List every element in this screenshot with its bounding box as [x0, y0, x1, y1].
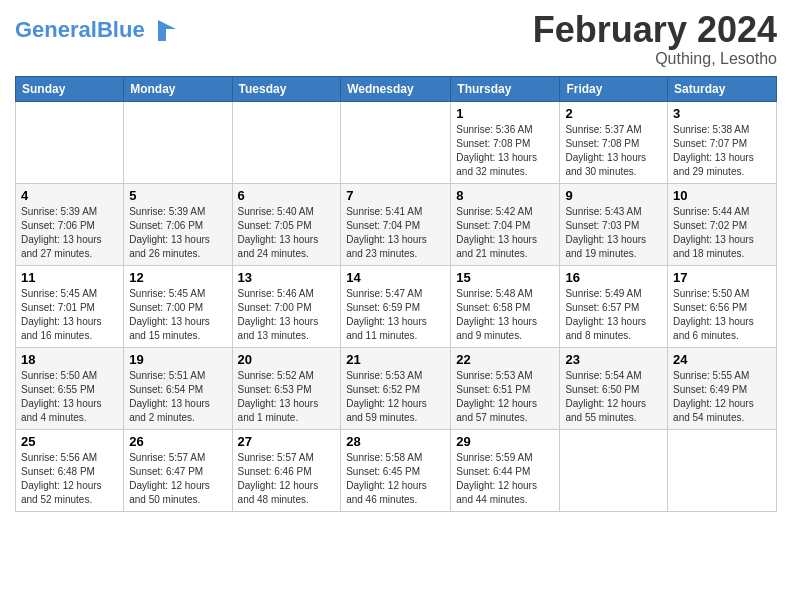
day-info: Sunrise: 5:57 AM Sunset: 6:46 PM Dayligh… — [238, 451, 336, 507]
location-subtitle: Quthing, Lesotho — [533, 50, 777, 68]
calendar-cell — [232, 101, 341, 183]
calendar-cell: 5Sunrise: 5:39 AM Sunset: 7:06 PM Daylig… — [124, 183, 232, 265]
week-row-5: 25Sunrise: 5:56 AM Sunset: 6:48 PM Dayli… — [16, 429, 777, 511]
day-info: Sunrise: 5:52 AM Sunset: 6:53 PM Dayligh… — [238, 369, 336, 425]
day-number: 19 — [129, 352, 226, 367]
day-info: Sunrise: 5:39 AM Sunset: 7:06 PM Dayligh… — [21, 205, 118, 261]
day-number: 24 — [673, 352, 771, 367]
calendar-cell: 17Sunrise: 5:50 AM Sunset: 6:56 PM Dayli… — [668, 265, 777, 347]
calendar-cell: 16Sunrise: 5:49 AM Sunset: 6:57 PM Dayli… — [560, 265, 668, 347]
day-number: 7 — [346, 188, 445, 203]
calendar-cell — [124, 101, 232, 183]
day-number: 12 — [129, 270, 226, 285]
day-info: Sunrise: 5:54 AM Sunset: 6:50 PM Dayligh… — [565, 369, 662, 425]
calendar-cell: 9Sunrise: 5:43 AM Sunset: 7:03 PM Daylig… — [560, 183, 668, 265]
column-header-sunday: Sunday — [16, 76, 124, 101]
calendar-cell — [16, 101, 124, 183]
header-row: SundayMondayTuesdayWednesdayThursdayFrid… — [16, 76, 777, 101]
calendar-cell: 10Sunrise: 5:44 AM Sunset: 7:02 PM Dayli… — [668, 183, 777, 265]
calendar-cell — [668, 429, 777, 511]
calendar-cell: 19Sunrise: 5:51 AM Sunset: 6:54 PM Dayli… — [124, 347, 232, 429]
calendar-header: SundayMondayTuesdayWednesdayThursdayFrid… — [16, 76, 777, 101]
day-number: 21 — [346, 352, 445, 367]
day-number: 13 — [238, 270, 336, 285]
day-info: Sunrise: 5:51 AM Sunset: 6:54 PM Dayligh… — [129, 369, 226, 425]
title-block: February 2024 Quthing, Lesotho — [533, 10, 777, 68]
calendar-cell: 27Sunrise: 5:57 AM Sunset: 6:46 PM Dayli… — [232, 429, 341, 511]
page-header: GeneralBlue February 2024 Quthing, Lesot… — [15, 10, 777, 68]
calendar-cell: 25Sunrise: 5:56 AM Sunset: 6:48 PM Dayli… — [16, 429, 124, 511]
calendar-cell — [341, 101, 451, 183]
calendar-cell: 20Sunrise: 5:52 AM Sunset: 6:53 PM Dayli… — [232, 347, 341, 429]
calendar-cell: 29Sunrise: 5:59 AM Sunset: 6:44 PM Dayli… — [451, 429, 560, 511]
day-info: Sunrise: 5:46 AM Sunset: 7:00 PM Dayligh… — [238, 287, 336, 343]
day-number: 8 — [456, 188, 554, 203]
calendar-cell: 14Sunrise: 5:47 AM Sunset: 6:59 PM Dayli… — [341, 265, 451, 347]
logo-general: General — [15, 17, 97, 42]
calendar-cell: 2Sunrise: 5:37 AM Sunset: 7:08 PM Daylig… — [560, 101, 668, 183]
day-info: Sunrise: 5:39 AM Sunset: 7:06 PM Dayligh… — [129, 205, 226, 261]
calendar-cell: 23Sunrise: 5:54 AM Sunset: 6:50 PM Dayli… — [560, 347, 668, 429]
day-info: Sunrise: 5:56 AM Sunset: 6:48 PM Dayligh… — [21, 451, 118, 507]
calendar-cell — [560, 429, 668, 511]
day-number: 6 — [238, 188, 336, 203]
week-row-3: 11Sunrise: 5:45 AM Sunset: 7:01 PM Dayli… — [16, 265, 777, 347]
day-number: 18 — [21, 352, 118, 367]
day-number: 22 — [456, 352, 554, 367]
calendar-cell: 8Sunrise: 5:42 AM Sunset: 7:04 PM Daylig… — [451, 183, 560, 265]
day-info: Sunrise: 5:53 AM Sunset: 6:51 PM Dayligh… — [456, 369, 554, 425]
column-header-monday: Monday — [124, 76, 232, 101]
day-number: 29 — [456, 434, 554, 449]
calendar-cell: 22Sunrise: 5:53 AM Sunset: 6:51 PM Dayli… — [451, 347, 560, 429]
logo-blue: Blue — [97, 17, 145, 42]
day-number: 9 — [565, 188, 662, 203]
day-info: Sunrise: 5:43 AM Sunset: 7:03 PM Dayligh… — [565, 205, 662, 261]
day-info: Sunrise: 5:55 AM Sunset: 6:49 PM Dayligh… — [673, 369, 771, 425]
day-info: Sunrise: 5:50 AM Sunset: 6:56 PM Dayligh… — [673, 287, 771, 343]
calendar-table: SundayMondayTuesdayWednesdayThursdayFrid… — [15, 76, 777, 512]
week-row-4: 18Sunrise: 5:50 AM Sunset: 6:55 PM Dayli… — [16, 347, 777, 429]
calendar-cell: 3Sunrise: 5:38 AM Sunset: 7:07 PM Daylig… — [668, 101, 777, 183]
week-row-2: 4Sunrise: 5:39 AM Sunset: 7:06 PM Daylig… — [16, 183, 777, 265]
week-row-1: 1Sunrise: 5:36 AM Sunset: 7:08 PM Daylig… — [16, 101, 777, 183]
day-number: 11 — [21, 270, 118, 285]
column-header-thursday: Thursday — [451, 76, 560, 101]
column-header-tuesday: Tuesday — [232, 76, 341, 101]
calendar-cell: 7Sunrise: 5:41 AM Sunset: 7:04 PM Daylig… — [341, 183, 451, 265]
day-number: 5 — [129, 188, 226, 203]
day-info: Sunrise: 5:50 AM Sunset: 6:55 PM Dayligh… — [21, 369, 118, 425]
day-info: Sunrise: 5:45 AM Sunset: 7:01 PM Dayligh… — [21, 287, 118, 343]
calendar-cell: 11Sunrise: 5:45 AM Sunset: 7:01 PM Dayli… — [16, 265, 124, 347]
calendar-cell: 15Sunrise: 5:48 AM Sunset: 6:58 PM Dayli… — [451, 265, 560, 347]
day-number: 3 — [673, 106, 771, 121]
day-info: Sunrise: 5:36 AM Sunset: 7:08 PM Dayligh… — [456, 123, 554, 179]
day-info: Sunrise: 5:48 AM Sunset: 6:58 PM Dayligh… — [456, 287, 554, 343]
day-info: Sunrise: 5:58 AM Sunset: 6:45 PM Dayligh… — [346, 451, 445, 507]
calendar-cell: 21Sunrise: 5:53 AM Sunset: 6:52 PM Dayli… — [341, 347, 451, 429]
day-info: Sunrise: 5:42 AM Sunset: 7:04 PM Dayligh… — [456, 205, 554, 261]
day-info: Sunrise: 5:57 AM Sunset: 6:47 PM Dayligh… — [129, 451, 226, 507]
day-number: 10 — [673, 188, 771, 203]
svg-marker-0 — [158, 20, 176, 41]
calendar-cell: 24Sunrise: 5:55 AM Sunset: 6:49 PM Dayli… — [668, 347, 777, 429]
day-number: 20 — [238, 352, 336, 367]
calendar-cell: 4Sunrise: 5:39 AM Sunset: 7:06 PM Daylig… — [16, 183, 124, 265]
column-header-friday: Friday — [560, 76, 668, 101]
calendar-cell: 18Sunrise: 5:50 AM Sunset: 6:55 PM Dayli… — [16, 347, 124, 429]
day-number: 16 — [565, 270, 662, 285]
day-info: Sunrise: 5:40 AM Sunset: 7:05 PM Dayligh… — [238, 205, 336, 261]
day-number: 25 — [21, 434, 118, 449]
day-info: Sunrise: 5:47 AM Sunset: 6:59 PM Dayligh… — [346, 287, 445, 343]
day-info: Sunrise: 5:45 AM Sunset: 7:00 PM Dayligh… — [129, 287, 226, 343]
logo-icon — [148, 15, 178, 45]
column-header-wednesday: Wednesday — [341, 76, 451, 101]
day-info: Sunrise: 5:37 AM Sunset: 7:08 PM Dayligh… — [565, 123, 662, 179]
day-info: Sunrise: 5:53 AM Sunset: 6:52 PM Dayligh… — [346, 369, 445, 425]
day-number: 4 — [21, 188, 118, 203]
day-info: Sunrise: 5:41 AM Sunset: 7:04 PM Dayligh… — [346, 205, 445, 261]
day-number: 1 — [456, 106, 554, 121]
logo-text: GeneralBlue — [15, 19, 145, 41]
day-info: Sunrise: 5:59 AM Sunset: 6:44 PM Dayligh… — [456, 451, 554, 507]
calendar-cell: 28Sunrise: 5:58 AM Sunset: 6:45 PM Dayli… — [341, 429, 451, 511]
calendar-cell: 13Sunrise: 5:46 AM Sunset: 7:00 PM Dayli… — [232, 265, 341, 347]
